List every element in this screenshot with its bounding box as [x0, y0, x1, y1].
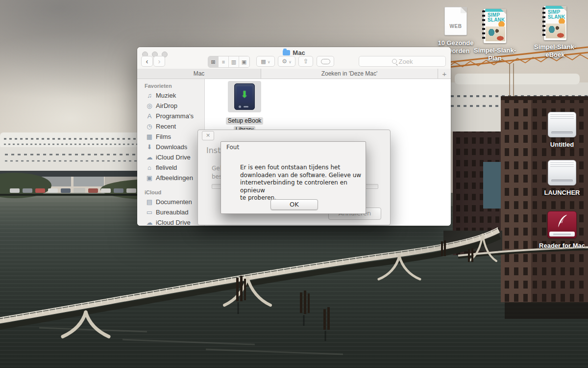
sidebar-item-afbeeldingen[interactable]: ▣Afbeeldingen	[137, 173, 204, 183]
desktop-icon-simpel-slank-eboek[interactable]: SIMPSLANK Simpel-Slank- eBoek	[528, 6, 582, 59]
recent-clock-icon: ◷	[145, 123, 154, 130]
back-button[interactable]: ‹	[141, 56, 153, 67]
sidebar-item-airdrop[interactable]: ◎AirDrop	[137, 101, 204, 111]
sidebar-item-icloud-drive-2[interactable]: ☁iCloud Drive	[137, 217, 204, 226]
film-icon: ▦	[145, 133, 154, 140]
sidebar-item-icloud-drive[interactable]: ☁iCloud Drive	[137, 152, 204, 162]
sidebar-section-icloud: iCloud	[137, 187, 204, 197]
icon-label: Reader for Mac	[539, 242, 585, 249]
icon-label: Simpel-Slank-	[534, 43, 576, 51]
file-label: Setup eBook	[226, 117, 264, 125]
tag-button[interactable]	[317, 56, 334, 67]
tab-mac[interactable]: Mac	[137, 69, 261, 79]
chevron-down-icon: ∨	[268, 60, 270, 64]
group-icon: ▩	[261, 58, 266, 64]
sidebar-item-downloads[interactable]: ⬇Downloads	[137, 142, 204, 152]
search-placeholder: Zoek	[399, 58, 413, 65]
error-dialog-title: Fout	[226, 144, 239, 151]
new-tab-button[interactable]: +	[438, 69, 451, 79]
desktop-icon-reader-for-mac[interactable]: Reader for Mac	[539, 211, 585, 250]
gear-icon: ⚙	[282, 58, 287, 65]
disk-image-icon	[547, 211, 577, 238]
airdrop-icon: ◎	[145, 102, 154, 109]
ok-button[interactable]: OK	[270, 199, 318, 210]
error-dialog: Fout Er is een fout ontstaan tijdens het…	[220, 141, 366, 214]
applications-icon: A	[145, 112, 154, 120]
search-icon	[392, 59, 397, 64]
removable-disk-icon	[548, 112, 576, 137]
search-input[interactable]: Zoek	[359, 56, 446, 67]
desktop-icon-untitled-volume[interactable]: Untitled	[543, 112, 581, 149]
removable-disk-icon	[548, 160, 576, 185]
finder-sidebar: Favorieten ♫Muziek ◎AirDrop AProgramma's…	[137, 79, 205, 226]
icon-view-button[interactable]: ⊞	[208, 56, 219, 67]
finder-titlebar[interactable]: Mac ‹ › ⊞ ≡ ▥ ▣ ▩∨ ⚙∨ ⇧ Zoek	[137, 47, 451, 69]
sidebar-item-home-fleliveld[interactable]: ⌂fleliveld	[137, 162, 204, 173]
file-setup-ebook-library[interactable]: ⬇ Setup eBook Library	[218, 81, 271, 133]
book-cover-icon: SIMPSLANK	[544, 6, 566, 40]
sidebar-item-films[interactable]: ▦Films	[137, 131, 204, 142]
cloud-icon: ☁	[145, 219, 154, 226]
download-arrow-icon: ⬇	[234, 90, 255, 99]
desktop-icon-simpel-slank-plan[interactable]: SIMPSLANK Simpel-Slank-Plan	[468, 9, 522, 62]
sidebar-item-programmas[interactable]: AProgramma's	[137, 111, 204, 121]
web-badge: WEB	[445, 24, 466, 29]
sidebar-item-recent[interactable]: ◷Recent	[137, 121, 204, 131]
chevron-down-icon: ∨	[289, 60, 292, 64]
desktop-icon-launcher-volume[interactable]: LAUNCHER	[543, 160, 581, 197]
tag-icon	[321, 59, 330, 64]
coverflow-view-button[interactable]: ▣	[239, 56, 249, 67]
finder-tab-bar: Mac Zoeken in 'Deze Mac' +	[137, 69, 451, 79]
action-menu-button[interactable]: ⚙∨	[278, 56, 295, 67]
column-view-button[interactable]: ▥	[229, 56, 239, 67]
music-note-icon: ♫	[145, 92, 154, 99]
sidebar-item-documenten[interactable]: ▤Documenten	[137, 197, 204, 207]
share-button[interactable]: ⇧	[298, 56, 313, 67]
desktop-icon: ▭	[145, 209, 154, 216]
feather-logo-icon	[554, 213, 570, 230]
selection-highlight: ⬇	[228, 81, 261, 112]
icon-label: eBoek	[545, 51, 564, 58]
book-cover-icon: SIMPSLANK	[484, 9, 506, 43]
documents-icon: ▤	[145, 198, 154, 206]
list-view-button[interactable]: ≡	[219, 56, 229, 67]
download-icon: ⬇	[145, 143, 154, 151]
cloud-icon: ☁	[145, 154, 154, 161]
home-icon: ⌂	[145, 164, 154, 171]
sidebar-item-bureaublad[interactable]: ▭Bureaublad	[137, 207, 204, 217]
sidebar-section-favorieten: Favorieten	[137, 81, 204, 90]
window-title: Mac	[137, 49, 451, 56]
tab-zoeken-in-deze-mac[interactable]: Zoeken in 'Deze Mac'	[261, 69, 438, 79]
view-switcher: ⊞ ≡ ▥ ▣	[208, 56, 250, 68]
forward-button[interactable]: ›	[153, 56, 165, 67]
error-dialog-message: Er is een fout ontstaan tijdens het down…	[240, 164, 365, 202]
icon-label: Untitled	[550, 141, 574, 148]
installer-close-button[interactable]: ×	[202, 131, 214, 140]
document-icon: WEB	[444, 7, 467, 35]
folder-icon	[283, 50, 290, 55]
sidebar-item-muziek[interactable]: ♫Muziek	[137, 90, 204, 101]
photos-icon: ▣	[145, 174, 154, 182]
group-by-button[interactable]: ▩∨	[256, 56, 275, 67]
icon-label: LAUNCHER	[544, 189, 580, 196]
share-icon: ⇧	[303, 57, 309, 65]
icon-label: Simpel-Slank-Plan	[474, 47, 516, 62]
setup-ebook-app-icon: ⬇	[234, 83, 255, 110]
